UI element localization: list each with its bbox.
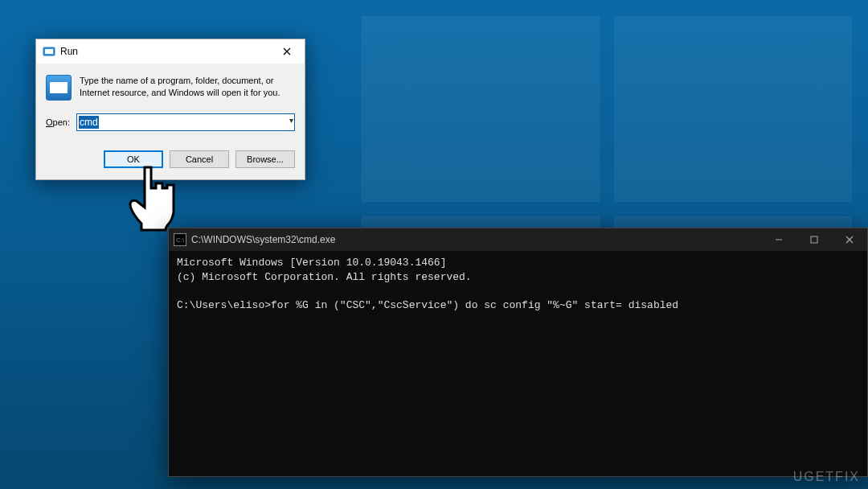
- cmd-line: Microsoft Windows [Version 10.0.19043.14…: [177, 256, 859, 270]
- watermark: UGETFIX: [793, 470, 860, 484]
- open-label: Open:: [46, 117, 70, 127]
- run-app-icon: [43, 45, 55, 58]
- open-input[interactable]: [76, 113, 295, 131]
- run-dialog: Run Type the name of a program, folder, …: [35, 39, 305, 180]
- close-button[interactable]: [832, 228, 867, 251]
- close-button[interactable]: [271, 40, 303, 63]
- cmd-title: C:\WINDOWS\system32\cmd.exe: [191, 234, 761, 245]
- browse-button[interactable]: Browse...: [235, 150, 295, 168]
- run-program-icon: [46, 75, 72, 101]
- run-button-row: OK Cancel Browse...: [36, 139, 305, 179]
- cmd-prompt: C:\Users\eliso>: [177, 299, 271, 311]
- cmd-command: for %G in ("CSC","CscService") do sc con…: [271, 299, 678, 311]
- minimize-button[interactable]: [761, 228, 796, 251]
- run-title: Run: [60, 46, 271, 57]
- cmd-titlebar[interactable]: C:\ C:\WINDOWS\system32\cmd.exe: [169, 228, 867, 251]
- cmd-app-icon: C:\: [174, 233, 186, 246]
- svg-rect-3: [811, 236, 817, 243]
- run-description: Type the name of a program, folder, docu…: [80, 75, 295, 99]
- svg-rect-1: [45, 49, 53, 54]
- cmd-output[interactable]: Microsoft Windows [Version 10.0.19043.14…: [169, 251, 867, 317]
- maximize-button[interactable]: [796, 228, 832, 251]
- cancel-button[interactable]: Cancel: [170, 150, 229, 168]
- cmd-window: C:\ C:\WINDOWS\system32\cmd.exe Microsof…: [168, 228, 868, 477]
- run-body: Type the name of a program, folder, docu…: [36, 64, 305, 139]
- run-titlebar[interactable]: Run: [36, 39, 305, 64]
- cmd-line: (c) Microsoft Corporation. All rights re…: [177, 270, 859, 285]
- ok-button[interactable]: OK: [104, 150, 163, 168]
